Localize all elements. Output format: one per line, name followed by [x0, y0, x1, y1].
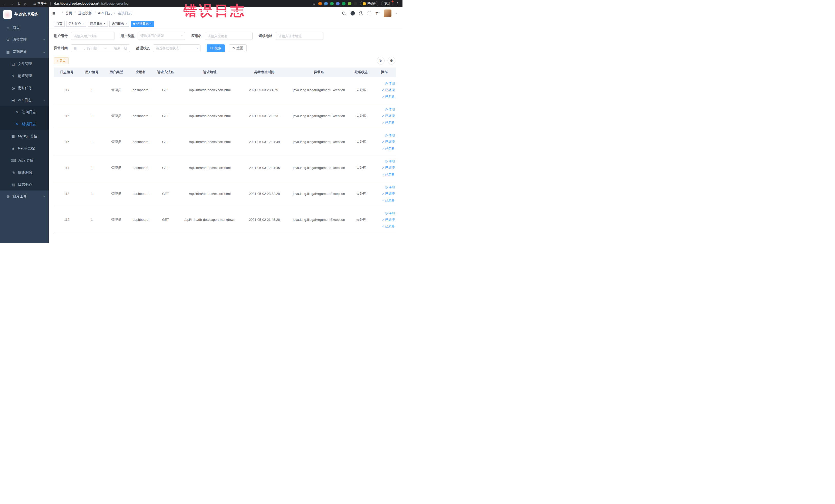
sidebar-item-api-log[interactable]: ▣ API 日志 ▴: [0, 94, 49, 106]
gear-icon: ⚙: [6, 38, 10, 42]
api-log-icon: ▣: [11, 98, 15, 102]
cell-app-name: dashboard: [128, 181, 153, 207]
action-mark-processed[interactable]: ✓ 已处理: [373, 113, 395, 119]
sidebar-item-log-center[interactable]: ▨ 日志中心: [0, 178, 49, 190]
update-button[interactable]: 更新: [381, 1, 393, 6]
smiley-icon: [363, 2, 366, 5]
github-icon[interactable]: [350, 11, 355, 16]
sidebar-item-redis-monitor[interactable]: ◈ Redis 监控: [0, 142, 49, 154]
sidebar-item-dev-tools[interactable]: ⚒ 研发工具 ▾: [0, 190, 49, 203]
close-icon[interactable]: ×: [82, 22, 84, 25]
exception-time-range-picker[interactable]: ▦ 开始日期 – 结束日期: [71, 44, 130, 52]
action-detail[interactable]: ◎ 详细: [373, 184, 395, 190]
action-mark-ignored[interactable]: ✓ 已忽略: [373, 119, 395, 126]
user-type-select[interactable]: 请选择用户类型 ▾: [138, 32, 185, 40]
action-detail[interactable]: ◎ 详细: [373, 80, 395, 87]
extension-red-circle-icon[interactable]: [318, 2, 322, 5]
font-size-icon[interactable]: [375, 11, 380, 16]
tab-job-log[interactable]: 调度日志 ×: [88, 21, 108, 27]
table-header-row: 日志编号用户编号用户类型应用名请求方法名请求地址异常发生时间异常名处理状态操作: [54, 67, 396, 77]
search-icon[interactable]: [342, 11, 346, 16]
sidebar-item-trace[interactable]: ◎ 链路追踪: [0, 166, 49, 178]
action-mark-processed[interactable]: ✓ 已处理: [373, 165, 395, 171]
action-mark-ignored[interactable]: ✓ 已忽略: [373, 223, 395, 230]
user-id-input[interactable]: [71, 32, 115, 40]
search-button[interactable]: 搜索: [207, 44, 225, 52]
action-detail[interactable]: ◎ 详细: [373, 106, 395, 113]
sidebar-item-mysql-monitor[interactable]: ▦ MySQL 监控: [0, 130, 49, 142]
export-button[interactable]: ↑ 导出: [54, 57, 68, 64]
breadcrumb-item: 基础设施: [73, 11, 93, 16]
close-icon[interactable]: ×: [104, 22, 105, 25]
tab-error-log[interactable]: 错误日志 ×: [131, 21, 154, 27]
action-mark-processed[interactable]: ✓ 已处理: [373, 87, 395, 94]
filter-user-type: 用户类型 请选择用户类型 ▾: [121, 32, 185, 40]
action-ignored-label: 已忽略: [385, 145, 395, 152]
action-detail[interactable]: ◎ 详细: [373, 158, 395, 165]
close-icon[interactable]: ×: [125, 22, 127, 25]
reset-button[interactable]: ↻ 重置: [229, 44, 247, 52]
sidebar-item-java-monitor[interactable]: ⌨ Java 监控: [0, 154, 49, 166]
divider: [50, 2, 50, 5]
action-mark-ignored[interactable]: ✓ 已忽略: [373, 94, 395, 100]
table-body: 117 1 管理员 dashboard GET /api/infra/db-do…: [54, 77, 396, 233]
security-indicator[interactable]: ⚠ 不安全: [33, 2, 47, 6]
close-icon[interactable]: ×: [150, 22, 152, 25]
tab-access-log[interactable]: 访问日志 ×: [109, 21, 129, 27]
column-settings-icon[interactable]: ⚙: [388, 57, 395, 64]
extension-leaf-icon[interactable]: [348, 2, 351, 5]
check-icon: ✓: [382, 139, 384, 145]
action-ignored-label: 已忽略: [385, 94, 395, 100]
url-bar[interactable]: dashboard.yudao.iocoder.cn/infra/log/api…: [54, 2, 128, 5]
app-name-input[interactable]: [205, 32, 252, 40]
app-logo: 芋道管理系统: [0, 7, 49, 22]
fullscreen-icon[interactable]: [367, 11, 371, 15]
sidebar-item-system[interactable]: ⚙ 系统管理 ▾: [0, 34, 49, 46]
cell-exception-name: java.lang.IllegalArgumentException: [287, 129, 350, 155]
extension-green-circle-icon[interactable]: [330, 2, 334, 5]
action-mark-ignored[interactable]: ✓ 已忽略: [373, 145, 395, 152]
column-header: 日志编号: [54, 67, 80, 77]
help-icon[interactable]: [359, 11, 363, 15]
request-url-input[interactable]: [276, 32, 323, 40]
extension-blue-drop-icon[interactable]: [324, 2, 328, 5]
bookmark-star-icon[interactable]: ☆: [312, 2, 315, 5]
sidebar-item-config-manage[interactable]: ✎ 配置管理: [0, 70, 49, 82]
sidebar-item-home[interactable]: ⌂ 首页: [0, 22, 49, 34]
hamburger-icon[interactable]: ≡: [53, 11, 56, 16]
reload-icon[interactable]: ↻: [18, 2, 21, 5]
cell-app-name: dashboard: [128, 155, 153, 181]
cell-method: GET: [153, 103, 178, 129]
action-mark-processed[interactable]: ✓ 已处理: [373, 190, 395, 197]
action-mark-ignored[interactable]: ✓ 已忽略: [373, 171, 395, 178]
tab-scheduled-job[interactable]: 定时任务 ×: [66, 21, 86, 27]
extension-blue-grid-icon[interactable]: [336, 2, 340, 5]
sidebar-item-error-log[interactable]: ✎ 错误日志: [0, 118, 49, 130]
paused-badge[interactable]: 已暂停: [360, 1, 378, 6]
cell-exception-name: java.lang.IllegalArgumentException: [287, 181, 350, 207]
avatar[interactable]: [384, 9, 391, 17]
refresh-icon[interactable]: ↻: [377, 57, 385, 64]
sidebar-item-infra[interactable]: ▤ 基础设施 ▴: [0, 46, 49, 58]
action-mark-processed[interactable]: ✓ 已处理: [373, 217, 395, 223]
action-mark-ignored[interactable]: ✓ 已忽略: [373, 197, 395, 204]
breadcrumb-item[interactable]: 首页: [60, 11, 73, 16]
sidebar-item-scheduled-job[interactable]: ◷ 定时任务: [0, 82, 49, 94]
action-detail[interactable]: ◎ 详细: [373, 132, 395, 139]
action-processed-label: 已处理: [385, 165, 395, 171]
action-mark-processed[interactable]: ✓ 已处理: [373, 139, 395, 145]
tab-home[interactable]: 首页: [54, 21, 65, 27]
extension-on-badge-icon[interactable]: [342, 2, 346, 5]
kebab-menu-icon[interactable]: ⋮: [396, 2, 400, 5]
arrow-left-icon[interactable]: ←: [3, 2, 7, 5]
arrow-right-icon[interactable]: →: [10, 2, 14, 5]
browser-toolbar-right: ☆ 已暂停 更新 ⋮: [312, 1, 400, 6]
sidebar-item-file-manage[interactable]: ◱ 文件管理: [0, 58, 49, 70]
process-status-select[interactable]: 请选择处理状态 ▾: [153, 44, 201, 52]
extension-paw-icon[interactable]: [354, 2, 357, 5]
action-detail[interactable]: ◎ 详细: [373, 210, 395, 217]
chevron-down-icon[interactable]: ▾: [395, 12, 397, 15]
browser-home-icon[interactable]: ⌂: [24, 2, 26, 5]
sidebar-item-access-log[interactable]: ✎ 访问日志: [0, 106, 49, 118]
start-date-placeholder: 开始日期: [84, 46, 97, 51]
